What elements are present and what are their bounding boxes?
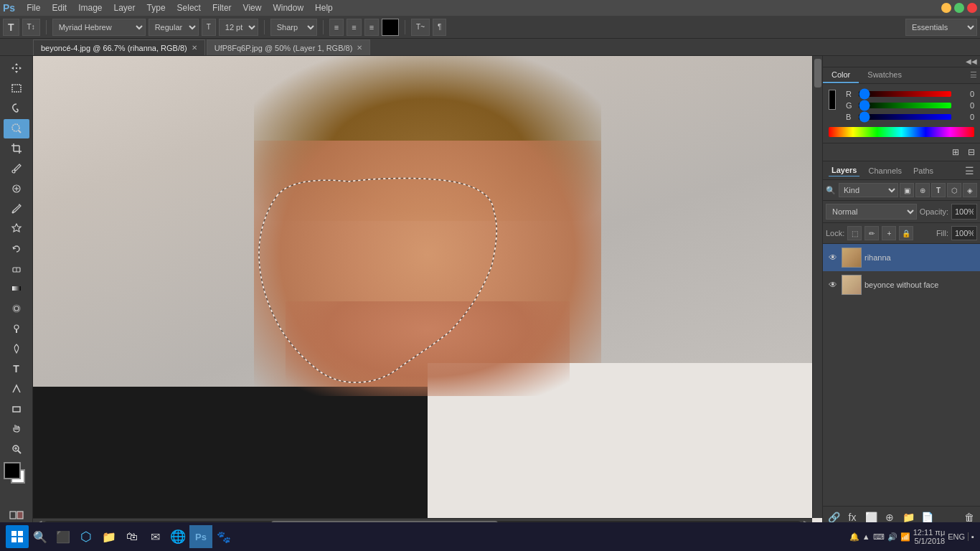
lock-transparent-btn[interactable]: ⬚ — [847, 226, 862, 240]
taskbar-ps[interactable]: Ps — [189, 525, 212, 548]
zoom-tool[interactable] — [4, 439, 29, 458]
layer-eye-beyonce[interactable]: 👁 — [827, 279, 839, 291]
kind-select[interactable]: Kind — [839, 183, 898, 197]
menu-select[interactable]: Select — [171, 1, 207, 14]
lasso-tool[interactable] — [4, 99, 29, 118]
taskbar-edge[interactable]: ⬡ — [75, 525, 98, 548]
clone-stamp-tool[interactable] — [4, 219, 29, 238]
layer-item-beyonce[interactable]: 👁 beyonce without face — [823, 271, 980, 298]
arrange-icon[interactable]: ⊟ — [964, 145, 979, 159]
menu-filter[interactable]: Filter — [207, 1, 237, 14]
menu-type[interactable]: Type — [141, 1, 171, 14]
taskbar-search[interactable]: 🔍 — [29, 525, 52, 548]
panel-collapse-btn[interactable]: ◀◀ — [966, 57, 977, 65]
layers-tab[interactable]: Layers — [829, 164, 859, 176]
show-desktop-btn[interactable]: ▪ — [968, 532, 974, 541]
essentials-select[interactable]: Essentials — [905, 19, 977, 36]
dodge-tool[interactable] — [4, 319, 29, 339]
histogram-icon[interactable]: ⊞ — [948, 145, 963, 159]
crop-tool[interactable] — [4, 139, 29, 159]
layers-panel-menu[interactable]: ☰ — [965, 165, 974, 176]
close-btn[interactable] — [967, 3, 977, 13]
taskbar-files[interactable]: 📁 — [98, 525, 121, 548]
menu-window[interactable]: Window — [267, 1, 309, 14]
taskbar-network[interactable]: 📶 — [900, 532, 910, 542]
pen-tool[interactable] — [4, 339, 29, 359]
warp-text-btn[interactable]: T~ — [411, 19, 430, 36]
taskbar-notifications[interactable]: 🔔 — [849, 532, 859, 542]
gradient-tool[interactable] — [4, 279, 29, 298]
foreground-color[interactable] — [4, 462, 21, 479]
layer-eye-rihanna[interactable]: 👁 — [827, 252, 839, 263]
hand-tool[interactable] — [4, 419, 29, 438]
quick-mask-btn[interactable] — [5, 508, 28, 522]
blue-slider[interactable] — [859, 114, 951, 120]
rectangle-shape-tool[interactable] — [4, 399, 29, 418]
menu-help[interactable]: Help — [309, 1, 339, 14]
taskbar-mail[interactable]: ✉ — [143, 525, 166, 548]
move-tool[interactable] — [4, 59, 29, 78]
taskbar-extra[interactable]: 🐾 — [212, 525, 235, 548]
menu-file[interactable]: File — [21, 1, 46, 14]
taskbar-task-view[interactable]: ⬛ — [52, 525, 75, 548]
color-panel-menu[interactable]: ☰ — [967, 67, 980, 83]
taskbar-volume[interactable]: 🔊 — [887, 532, 897, 542]
font-family-select[interactable]: Myriad Hebrew — [52, 19, 146, 36]
filter-shape-btn[interactable]: ⬡ — [947, 183, 961, 197]
active-color-swatch[interactable] — [829, 90, 836, 110]
align-left-btn[interactable]: ≡ — [329, 19, 344, 36]
paths-tab[interactable]: Paths — [910, 165, 936, 176]
healing-brush-tool[interactable] — [4, 179, 29, 198]
start-button[interactable] — [6, 525, 29, 548]
anti-alias-select[interactable]: Sharp — [270, 19, 317, 36]
color-tab[interactable]: Color — [823, 67, 859, 83]
tab-ufp8-close[interactable]: ✕ — [357, 44, 362, 52]
lock-image-btn[interactable]: ✏ — [864, 226, 879, 240]
swatches-tab[interactable]: Swatches — [859, 67, 910, 83]
type-tool-btn[interactable]: T — [3, 19, 19, 36]
red-slider[interactable] — [859, 91, 951, 97]
menu-edit[interactable]: Edit — [46, 1, 72, 14]
lock-all-btn[interactable]: 🔒 — [899, 226, 913, 240]
rect-select-tool[interactable] — [4, 79, 29, 98]
menu-view[interactable]: View — [237, 1, 268, 14]
fill-input[interactable] — [951, 226, 977, 240]
menu-layer[interactable]: Layer — [108, 1, 141, 14]
filter-type-btn[interactable]: T — [931, 183, 946, 197]
minimize-btn[interactable] — [941, 3, 951, 13]
text-color-swatch[interactable] — [382, 19, 399, 36]
opacity-input[interactable] — [951, 204, 977, 220]
text-orientation-btn[interactable]: T↕ — [22, 19, 40, 36]
taskbar-up-arrow[interactable]: ▲ — [862, 532, 870, 541]
blend-mode-select[interactable]: Normal — [826, 204, 917, 220]
align-right-btn[interactable]: ≡ — [364, 19, 379, 36]
lock-position-btn[interactable]: + — [882, 226, 896, 240]
history-brush-tool[interactable] — [4, 239, 29, 258]
filter-smart-btn[interactable]: ◈ — [963, 183, 977, 197]
font-size-select[interactable]: 12 pt — [219, 19, 258, 36]
maximize-btn[interactable] — [954, 3, 964, 13]
menu-image[interactable]: Image — [72, 1, 108, 14]
blur-tool[interactable] — [4, 299, 29, 319]
path-select-tool[interactable] — [4, 380, 29, 399]
tab-beyonce[interactable]: beyoncé-4.jpg @ 66.7% (rihanna, RGB/8) ✕ — [33, 39, 205, 55]
type-tool-sidebar[interactable]: T — [4, 359, 29, 379]
quick-select-tool[interactable] — [4, 119, 29, 138]
scrollbar-thumb-v[interactable] — [814, 59, 821, 88]
taskbar-language[interactable]: ENG — [948, 532, 965, 541]
filter-pixel-btn[interactable]: ▣ — [900, 183, 914, 197]
channels-tab[interactable]: Channels — [865, 165, 904, 176]
taskbar-keyboard[interactable]: ⌨ — [873, 532, 885, 542]
brush-tool[interactable] — [4, 199, 29, 218]
font-style-select[interactable]: Regular — [149, 19, 199, 36]
character-panel-btn[interactable]: ¶ — [433, 19, 446, 36]
taskbar-chrome[interactable]: 🌐 — [166, 525, 189, 548]
vertical-scrollbar[interactable] — [812, 56, 822, 518]
taskbar-store[interactable]: 🛍 — [121, 525, 143, 548]
tab-beyonce-close[interactable]: ✕ — [192, 44, 197, 52]
green-slider[interactable] — [859, 103, 951, 108]
eraser-tool[interactable] — [4, 259, 29, 278]
color-spectrum-bar[interactable] — [829, 127, 974, 137]
tab-ufp8[interactable]: UfP8Fq6P.jpg @ 50% (Layer 1, RGB/8) ✕ — [207, 39, 371, 55]
align-center-btn[interactable]: ≡ — [347, 19, 361, 36]
